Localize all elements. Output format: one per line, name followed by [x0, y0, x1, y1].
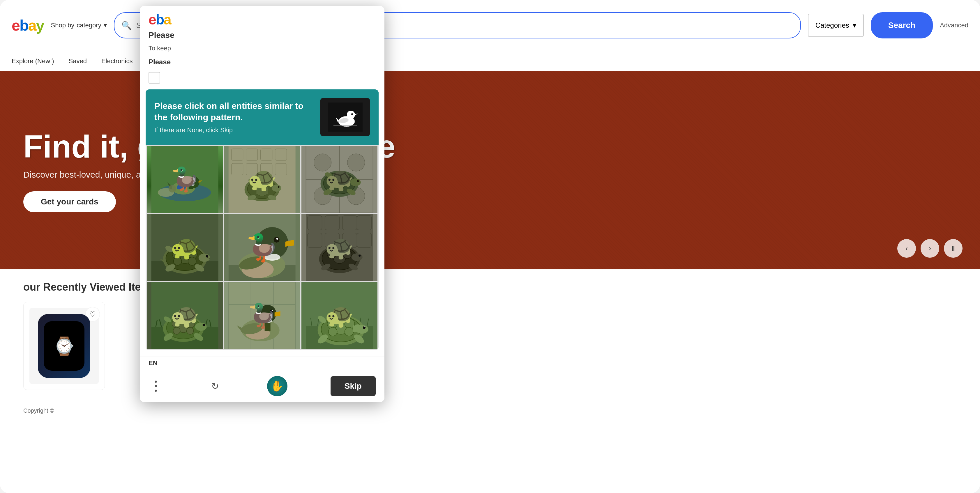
nav-item-explore[interactable]: Explore (New!)	[12, 57, 54, 65]
language-row: EN	[140, 356, 384, 370]
turtle4-svg	[147, 282, 223, 349]
svg-rect-133	[265, 317, 270, 331]
item-card: ♡ ⌚	[23, 302, 105, 390]
captcha-cell-2[interactable]	[301, 146, 377, 213]
search-button[interactable]: Search	[871, 12, 933, 38]
captcha-service-logo: ✋	[267, 376, 288, 396]
captcha-cell-1[interactable]	[224, 146, 300, 213]
svg-point-34	[272, 184, 281, 192]
categories-label: Categories	[815, 21, 849, 29]
svg-point-20	[158, 188, 174, 197]
captcha-cell-8[interactable]	[301, 282, 377, 349]
svg-point-83	[276, 238, 278, 240]
svg-point-5	[351, 113, 353, 115]
captcha-title: Please click on all entities similar to …	[154, 100, 313, 123]
language-label: EN	[148, 359, 158, 367]
checkbox[interactable]	[148, 72, 160, 84]
svg-rect-124	[274, 282, 296, 305]
svg-point-63	[172, 250, 182, 259]
menu-dot-2	[154, 385, 157, 387]
menu-dot-3	[154, 390, 157, 392]
svg-point-113	[187, 320, 195, 328]
captcha-cell-4[interactable]	[224, 214, 300, 281]
svg-point-38	[248, 178, 256, 184]
ebay-logo: e b a y	[12, 17, 44, 34]
svg-rect-126	[251, 305, 274, 327]
svg-point-64	[188, 250, 197, 259]
svg-point-54	[357, 180, 359, 182]
captcha-logo-icon: ✋	[270, 380, 284, 392]
captcha-subtitle: If there are None, click Skip	[154, 126, 313, 134]
turtle5-svg	[301, 282, 377, 349]
please2-text: Please	[148, 58, 376, 66]
watch-thumbnail: ⌚	[38, 314, 90, 378]
svg-marker-135	[275, 311, 280, 316]
copyright-text: Copyright ©	[23, 407, 54, 414]
turtle-pattern-svg	[224, 146, 300, 213]
svg-point-151	[345, 319, 355, 329]
more-options-button[interactable]	[148, 379, 163, 393]
category-label: category	[76, 22, 101, 29]
shop-by-label: Shop by	[51, 22, 75, 29]
svg-point-100	[358, 255, 361, 257]
svg-point-65	[173, 257, 182, 265]
keep-text: To keep	[148, 45, 376, 52]
nav-item-electronics[interactable]: Electronics	[101, 57, 133, 65]
chevron-down-icon: ▾	[104, 22, 107, 29]
svg-point-15	[189, 183, 194, 186]
svg-point-66	[188, 257, 196, 265]
svg-point-138	[263, 319, 272, 323]
captcha-overlay-panel: e b a Please To keep Please Please click…	[140, 6, 384, 402]
skip-button[interactable]: Skip	[331, 376, 376, 396]
svg-point-150	[327, 319, 337, 329]
svg-point-11	[172, 182, 195, 194]
svg-point-45	[347, 154, 364, 171]
item-image: ⌚	[29, 308, 99, 384]
svg-marker-33	[256, 182, 268, 197]
captcha-cell-7[interactable]	[224, 282, 300, 349]
captcha-cell-6[interactable]	[147, 282, 223, 349]
svg-point-17	[194, 180, 196, 182]
reload-button[interactable]: ↻	[206, 377, 224, 395]
svg-point-134	[259, 305, 276, 322]
svg-point-44	[313, 154, 331, 171]
svg-point-18	[195, 181, 196, 181]
hero-cta-button[interactable]: Get your cards	[23, 191, 116, 212]
svg-point-158	[364, 326, 365, 327]
logo-y: y	[36, 17, 44, 34]
please-text: Please	[148, 30, 376, 40]
captcha-pattern-image	[320, 98, 370, 136]
shop-by-category[interactable]: Shop by category ▾	[51, 22, 107, 29]
svg-point-52	[342, 176, 350, 184]
carousel-controls: ‹ › ⏸	[897, 239, 963, 258]
svg-point-117	[203, 324, 205, 326]
carousel-prev-button[interactable]: ‹	[897, 239, 916, 258]
captcha-image-grid	[146, 145, 379, 350]
svg-point-48	[320, 171, 358, 197]
captcha-cell-5[interactable]	[301, 214, 377, 281]
captcha-text-area: Please click on all entities similar to …	[154, 100, 313, 134]
svg-point-98	[343, 250, 352, 259]
nav-item-saved[interactable]: Saved	[68, 57, 86, 65]
svg-point-35	[278, 186, 280, 188]
svg-point-114	[173, 327, 180, 334]
turtle-tiles-svg	[301, 146, 377, 213]
captcha-cell-0[interactable]	[147, 146, 223, 213]
svg-point-99	[351, 253, 362, 261]
advanced-link[interactable]: Advanced	[940, 22, 968, 29]
svg-point-136	[270, 310, 274, 313]
svg-point-97	[327, 250, 336, 259]
svg-point-57	[324, 171, 333, 178]
categories-dropdown[interactable]: Categories ▾	[808, 14, 864, 37]
svg-point-96	[333, 251, 346, 264]
carousel-next-button[interactable]: ›	[921, 239, 939, 258]
checkbox-row	[148, 72, 376, 84]
svg-point-116	[195, 323, 207, 331]
svg-rect-122	[229, 282, 251, 305]
carousel-pause-button[interactable]: ⏸	[944, 239, 963, 258]
svg-point-112	[172, 320, 180, 328]
captcha-cell-3[interactable]	[147, 214, 223, 281]
footer-area: Copyright ©	[0, 402, 980, 420]
svg-point-81	[264, 254, 280, 261]
svg-rect-13	[189, 183, 193, 189]
